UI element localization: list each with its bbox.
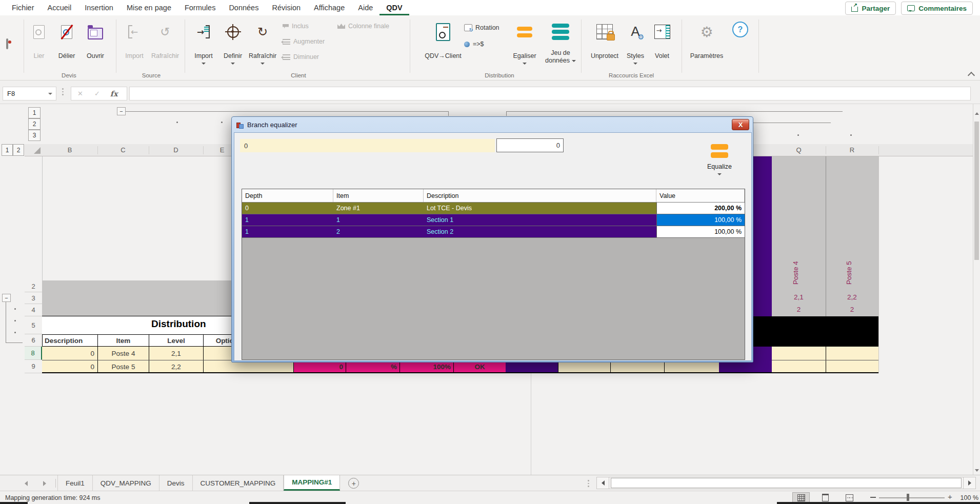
cell-depth[interactable]: 1 [242,214,333,226]
cell-item[interactable]: 2 [333,226,424,237]
cell-Q-count[interactable]: 2 [772,306,826,313]
menu-revision[interactable]: Révision [265,0,307,15]
column-header-R[interactable]: R [826,144,878,156]
col-depth[interactable]: Depth [242,189,333,202]
zoom-slider-handle[interactable] [907,494,909,501]
collapse-ribbon-button[interactable] [969,73,974,78]
outline-row-level-1[interactable]: 1 [2,144,13,156]
dialog-close-button[interactable]: X [732,119,749,130]
sheet-tab-customer-mapping[interactable]: CUSTOMER_MAPPING [193,475,284,491]
formula-input[interactable] [129,87,971,100]
comments-button[interactable]: Commentaires [901,2,973,15]
rotated-label-poste4[interactable]: Poste 4 [792,251,805,294]
cell-description[interactable]: Section 1 [424,214,656,226]
column-header-D[interactable]: D [149,144,203,156]
menu-formules[interactable]: Formules [178,0,222,15]
cell-C9[interactable]: Poste 5 [97,360,149,373]
row-header-4[interactable]: 4 [25,304,42,316]
cell-B8[interactable]: 0 [42,347,97,360]
branch-value-input[interactable]: 0 [496,138,564,152]
colonne-finale-button[interactable]: Colonne finale [337,21,389,31]
augmenter-button[interactable]: Augmenter [283,36,325,47]
horizontal-scrollbar[interactable] [596,477,976,489]
row-header-8-selected[interactable]: 8 [25,347,42,360]
chevron-down-icon[interactable] [231,63,235,65]
drag-handle-icon[interactable] [588,480,589,487]
sheet-tab-feuil1[interactable]: Feuil1 [57,475,93,491]
chevron-down-icon[interactable] [202,63,206,65]
rotation-button[interactable]: Rotation [464,23,499,33]
menu-affichage[interactable]: Affichage [307,0,351,15]
equalize-button[interactable]: Equalize [696,140,743,188]
sheet-tab-qdv-mapping[interactable]: QDV_MAPPING [93,475,159,491]
unprotect-button[interactable]: Unprotect [589,18,620,60]
column-header-C[interactable]: C [97,144,149,156]
collapse-row-group-button[interactable]: − [2,294,11,302]
help-button[interactable]: ? [732,22,748,37]
horizontal-scroll-thumb[interactable] [611,478,962,488]
row-header-2[interactable]: 2 [25,280,42,292]
outline-col-level-1[interactable]: 1 [28,107,41,118]
branch-path-field[interactable]: 0 [240,139,495,152]
client-import-button[interactable]: → Import [191,18,216,65]
col-description[interactable]: Description [424,189,656,202]
presentation-icon[interactable] [6,39,8,49]
chevron-down-icon[interactable] [523,63,527,65]
parametres-button[interactable]: ⚙ Paramètres [689,18,724,60]
col-item[interactable]: Item [333,189,424,202]
menu-aide[interactable]: Aide [351,0,379,15]
volet-button[interactable]: Volet [648,18,676,60]
styles-button[interactable]: A⚙ Styles [622,18,649,65]
cell-description[interactable]: Lot TCE - Devis [424,203,656,214]
dialog-title-bar[interactable]: Branch equalizer [232,117,753,132]
inclus-button[interactable]: Inclus [283,21,309,31]
cell-value[interactable]: 100,00 % [656,226,745,237]
view-page-layout-button[interactable] [816,492,834,503]
new-sheet-button[interactable]: + [348,478,359,489]
zoom-out-icon[interactable] [870,497,876,498]
zoom-slider-track[interactable] [879,497,945,498]
col-value[interactable]: Value [656,189,745,202]
select-all-corner[interactable] [25,144,42,156]
drag-handle-icon[interactable] [62,88,64,95]
name-box[interactable]: F8 [3,87,56,100]
definir-button[interactable]: Definir [220,18,246,65]
scroll-down-icon[interactable] [975,469,979,472]
menu-mise-en-page[interactable]: Mise en page [120,0,178,15]
menu-insertion[interactable]: Insertion [78,0,120,15]
cancel-icon[interactable]: ✕ [77,90,83,97]
zoom-in-icon[interactable]: + [948,492,952,501]
row-header-6[interactable]: 6 [25,334,42,347]
column-header-B[interactable]: B [42,144,97,156]
cell-value-selected[interactable]: 100,00 % [656,214,745,226]
sheet-tab-devis[interactable]: Devis [159,475,193,491]
client-rafraichir-button[interactable]: ↻ Rafraîchir [248,18,277,65]
delier-button[interactable]: Délier [53,18,80,60]
cell-description[interactable]: Section 2 [424,226,656,237]
scroll-right-button[interactable] [963,477,975,489]
cell-D8[interactable]: 2,1 [149,347,203,360]
cell-R-level[interactable]: 2,2 [826,293,878,301]
rotated-label-poste5[interactable]: Poste 5 [845,251,858,294]
cell-depth[interactable]: 0 [242,203,333,214]
zoom-level[interactable]: 100 % [958,494,978,501]
scroll-left-button[interactable] [597,477,609,489]
cell-B9[interactable]: 0 [42,360,97,373]
collapse-group-button[interactable]: − [117,107,126,115]
jeu-de-donnees-button[interactable]: Jeu de données [542,18,579,65]
table-row[interactable]: 1 1 Section 1 100,00 % [242,214,745,226]
table-row[interactable]: 1 2 Section 2 100,00 % [242,226,745,238]
source-import-button[interactable]: ← Import [121,18,148,60]
fx-icon[interactable]: fx [110,89,118,98]
menu-donnees[interactable]: Données [222,0,265,15]
ouvrir-button[interactable]: Ouvrir [82,18,109,60]
cell-C8[interactable]: Poste 4 [97,347,149,360]
cell-Q-level[interactable]: 2,1 [772,293,826,301]
cell-R-count[interactable]: 2 [826,306,878,313]
menu-fichier[interactable]: Fichier [5,0,41,15]
tab-scroll-left-icon[interactable] [25,481,28,486]
row-header-9[interactable]: 9 [25,360,42,373]
share-button[interactable]: Partager [845,2,896,15]
row-header-3[interactable]: 3 [25,292,42,304]
outline-col-level-3[interactable]: 3 [28,130,41,141]
